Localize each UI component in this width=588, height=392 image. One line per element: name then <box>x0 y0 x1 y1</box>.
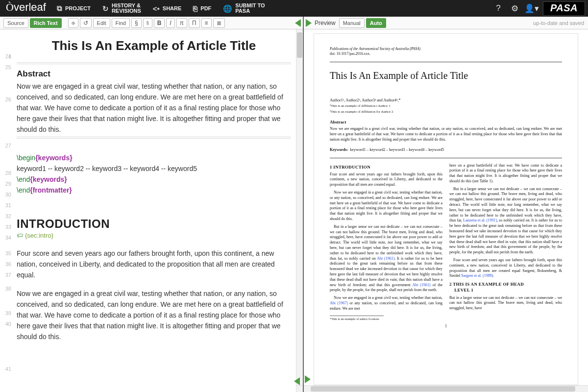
keywords-line: keyword1 -- keyword2 -- keyword3 -- keyw… <box>17 163 291 174</box>
line-gutter: 1 24 25 26 27 28 29 30 31 32 33 34 35 36… <box>0 29 14 392</box>
editor-scrollbar[interactable] <box>296 29 303 392</box>
section-icon[interactable]: § <box>131 18 142 28</box>
pdf-footnote: *This is an example of author footnote <box>330 316 384 321</box>
citation-link[interactable]: Sargent et al. (1988) <box>461 273 493 278</box>
richtext-tab[interactable]: Rich Text <box>30 18 62 28</box>
section-label: 🏷{sec:intro} <box>17 232 53 239</box>
submit-button[interactable]: 🌐SUBMIT TOPASA <box>217 0 270 17</box>
account-icon[interactable]: 👤▾ <box>523 3 540 14</box>
citation-link[interactable]: Abt (1961) <box>412 283 430 287</box>
save-status: up-to-date and saved <box>533 20 584 26</box>
manual-button[interactable]: Manual <box>339 18 365 28</box>
share-icon: <• <box>153 4 160 13</box>
share-button[interactable]: <•SHARE <box>147 0 188 17</box>
pdf-authors: Author1¹, Author2², Author3² and Author4… <box>330 98 562 103</box>
pdf-section-1: 1 INTRODUCTION <box>330 164 442 170</box>
pdf-section-2: 2 THIS IS AN EXAMPLE OF HEAD LEVEL 1 <box>449 281 562 293</box>
pdf-title: This Is An Example of Article Title <box>330 69 562 82</box>
preview-label: Preview <box>315 20 336 26</box>
find-menu[interactable]: Find <box>112 18 130 28</box>
doc-title: This Is An Example of Article Title <box>17 38 291 53</box>
project-button[interactable]: ⧉PROJECT <box>51 0 97 17</box>
citation-link[interactable]: Lanzetta et al. (1991) <box>463 218 497 222</box>
latex-begin-keywords: \begin{keywords} <box>17 152 291 163</box>
auto-button[interactable]: Auto <box>366 18 386 28</box>
globe-icon: 🌐 <box>223 6 232 11</box>
collapse-right-icon[interactable] <box>306 19 312 27</box>
citation-link[interactable]: Abt (1961) <box>377 256 394 261</box>
partner-logo: PASA <box>543 1 585 16</box>
history-icon: ↻ <box>102 6 109 11</box>
source-tab[interactable]: Source <box>3 18 28 28</box>
intro-heading: INTRODUCTION <box>17 217 291 231</box>
subsection-icon[interactable]: § <box>143 18 152 28</box>
abstract-text: Now we are engaged in a great civil war,… <box>17 81 291 135</box>
tag-icon: 🏷 <box>17 232 23 239</box>
undo-history-icon[interactable]: ↺ <box>80 18 92 28</box>
copy-icon: ⧉ <box>57 4 62 13</box>
edit-menu[interactable]: Edit <box>93 18 110 28</box>
toolbar: Source Rich Text ⎆ ↺ Edit Find § § B I π… <box>0 17 588 29</box>
sync-right-icon[interactable] <box>305 375 311 383</box>
bold-icon[interactable]: B <box>154 18 165 28</box>
top-menubar: Òverleaf ⧉PROJECT ↻HISTORY &REVISIONS <•… <box>0 0 588 17</box>
overleaf-logo[interactable]: Òverleaf <box>3 1 51 16</box>
editor-pane: 1 24 25 26 27 28 29 30 31 32 33 34 35 36… <box>0 29 304 392</box>
editor-content[interactable]: This Is An Example of Article Title Abst… <box>14 29 296 392</box>
comment-icon[interactable]: ⎆ <box>68 18 78 28</box>
citation-link[interactable]: Abt (1967) <box>330 301 348 305</box>
abstract-heading: Abstract <box>17 69 291 79</box>
numbered-list-icon[interactable]: ≡ <box>201 18 212 28</box>
displaymath-icon[interactable]: Π <box>189 18 200 28</box>
pdf-page: Publications of the Astronomical Society… <box>314 33 578 385</box>
history-button[interactable]: ↻HISTORY &REVISIONS <box>97 0 147 17</box>
latex-end-frontmatter: \end{frontmatter} <box>17 185 291 196</box>
preview-pane: Publications of the Astronomical Society… <box>304 29 588 392</box>
help-icon[interactable]: ? <box>490 3 507 13</box>
pdf-page-number: 1 <box>330 324 562 329</box>
preview-hscrollbar[interactable] <box>304 385 588 392</box>
latex-end-keywords: \end{keywords} <box>17 174 291 185</box>
collapse-left-icon[interactable] <box>295 19 301 27</box>
sync-left-icon[interactable] <box>294 377 300 385</box>
settings-icon[interactable]: ⚙ <box>507 3 523 14</box>
italic-icon[interactable]: I <box>166 18 174 28</box>
para-38: Four score and seven years ago our fathe… <box>17 248 291 280</box>
math-icon[interactable]: π <box>176 18 187 28</box>
pdf-icon: ⎘ <box>193 4 197 13</box>
pdf-button[interactable]: ⎘PDF <box>187 0 217 17</box>
para-40: Now we are engaged in a great civil war,… <box>17 288 291 342</box>
bullet-list-icon[interactable]: ≣ <box>213 18 225 28</box>
